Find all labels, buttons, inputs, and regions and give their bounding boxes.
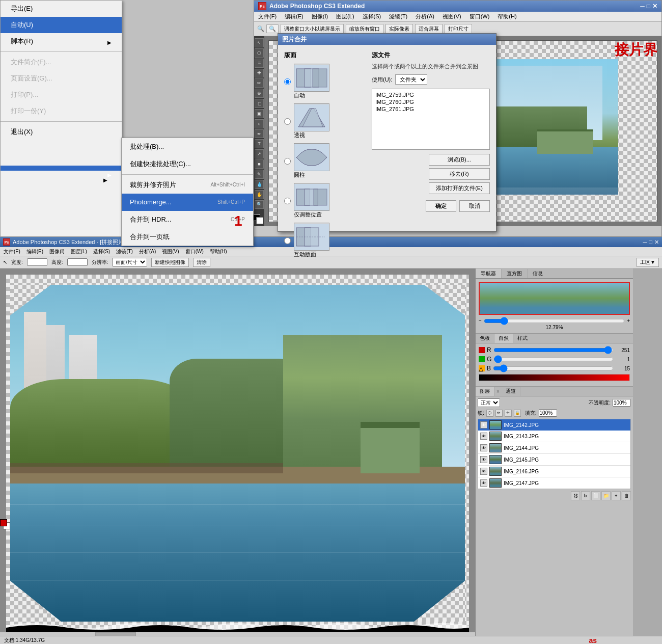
tool-zoom[interactable]: 🔍 bbox=[255, 200, 264, 209]
tab-swatches[interactable]: 色板 bbox=[476, 334, 494, 343]
bottom-menu-analysis[interactable]: 分析(A) bbox=[137, 248, 157, 255]
cancel-button[interactable]: 取消 bbox=[459, 200, 490, 212]
layer-row-active[interactable]: 👁 IMG_2142.JPG bbox=[478, 419, 630, 431]
tool-lasso[interactable]: ⬡ bbox=[255, 48, 264, 58]
zoom-in-icon[interactable]: + bbox=[627, 318, 630, 324]
menu-image[interactable]: 图像(I) bbox=[310, 12, 330, 21]
lock-transparent-btn[interactable]: ⬡ bbox=[486, 410, 493, 417]
tab-styles[interactable]: 样式 bbox=[513, 334, 532, 343]
bottom-maximize[interactable]: □ bbox=[649, 239, 652, 246]
menu-auto[interactable]: 自动(U) bbox=[1, 17, 122, 33]
r-slider[interactable] bbox=[493, 347, 614, 353]
menu-window[interactable]: 窗口(W) bbox=[467, 12, 492, 21]
menu-script-bottom[interactable] bbox=[1, 171, 122, 176]
tool-spot-heal[interactable]: ✚ bbox=[255, 69, 264, 78]
bottom-menu-file[interactable]: 文件(F) bbox=[2, 248, 22, 255]
add-mask-btn[interactable]: ⬜ bbox=[591, 491, 600, 500]
menu-auto-bottom[interactable] bbox=[1, 166, 122, 171]
bottom-close[interactable]: ✕ bbox=[654, 239, 659, 246]
tool-move[interactable]: ↖ bbox=[255, 38, 264, 47]
layout-interactive[interactable]: 互动版面 bbox=[284, 223, 366, 258]
clear-btn[interactable]: 清除 bbox=[193, 258, 210, 267]
menu-select[interactable]: 选择(S) bbox=[361, 12, 383, 21]
bottom-menu-image[interactable]: 图像(I) bbox=[48, 248, 66, 255]
close-btn[interactable]: ✕ bbox=[652, 3, 657, 10]
lock-all-btn[interactable]: 🔒 bbox=[514, 410, 521, 417]
tab-layers[interactable]: 图层 bbox=[476, 387, 494, 396]
bottom-menu-layer[interactable]: 图层(L) bbox=[69, 248, 89, 255]
bottom-minimize[interactable]: ─ bbox=[643, 239, 647, 246]
add-open-files-button[interactable]: 添加打开的文件(E) bbox=[429, 182, 490, 194]
bottom-menu-window[interactable]: 窗口(W) bbox=[184, 248, 205, 255]
fill-input[interactable] bbox=[539, 409, 557, 417]
blend-mode-select[interactable]: 正常 bbox=[478, 398, 500, 407]
zoom-slider[interactable] bbox=[484, 318, 625, 324]
actual-pixels-btn[interactable]: 实际像素 bbox=[385, 24, 413, 34]
submenu-create-shortcut[interactable]: 创建快捷批处理(C)... bbox=[122, 155, 253, 173]
zoom-all-btn[interactable]: 缩放所有窗口 bbox=[346, 24, 383, 34]
layer-row-6[interactable]: 👁 IMG_2147.JPG bbox=[478, 477, 630, 489]
tool-shape[interactable]: ■ bbox=[255, 159, 264, 169]
tab-channels[interactable]: 通道 bbox=[502, 387, 520, 396]
bottom-menu-view[interactable]: 视图(V) bbox=[160, 248, 180, 255]
layer-vis-4[interactable]: 👁 bbox=[480, 456, 487, 463]
tool-pen[interactable]: ✒ bbox=[255, 129, 264, 139]
file-item-3[interactable]: IMG_2761.JPG bbox=[374, 105, 487, 113]
layer-vis-2[interactable]: 👁 bbox=[480, 433, 487, 440]
source-file-list[interactable]: IMG_2759.JPG IMG_2760.JPG IMG_2761.JPG bbox=[372, 89, 490, 150]
browse-button[interactable]: 浏览(B)... bbox=[429, 154, 490, 166]
fit-to-screen-btn[interactable]: 调整窗口大小以满屏显示 bbox=[281, 24, 344, 34]
menu-script[interactable]: 脚本(R) bbox=[1, 33, 122, 49]
fg-color-bottom[interactable] bbox=[0, 519, 7, 526]
bottom-menu-select[interactable]: 选择(S) bbox=[92, 248, 112, 255]
g-slider[interactable] bbox=[493, 357, 614, 362]
maximize-btn[interactable]: □ bbox=[647, 3, 650, 10]
tool-clone[interactable]: ⊕ bbox=[255, 89, 264, 98]
resolution-select[interactable]: 画面/尺寸 bbox=[112, 258, 147, 266]
tool-dodge[interactable]: ○ bbox=[255, 119, 264, 128]
height-input[interactable] bbox=[67, 258, 88, 266]
remove-button[interactable]: 移去(R) bbox=[429, 168, 490, 180]
layer-row-5[interactable]: 👁 IMG_2146.JPG bbox=[478, 466, 630, 477]
layer-vis-1[interactable]: 👁 bbox=[480, 421, 487, 428]
minimize-btn[interactable]: ─ bbox=[640, 3, 645, 10]
tool-gradient[interactable]: ▣ bbox=[255, 109, 264, 118]
file-item-1[interactable]: IMG_2759.JPG bbox=[374, 91, 487, 98]
tool-brush[interactable]: ✏ bbox=[255, 78, 264, 88]
delete-layer-btn[interactable]: 🗑 bbox=[622, 491, 631, 500]
bottom-menu-help[interactable]: 帮助(H) bbox=[208, 248, 229, 255]
b-slider[interactable] bbox=[493, 366, 614, 371]
layer-vis-5[interactable]: 👁 bbox=[480, 468, 487, 475]
submenu-hdr[interactable]: Ctrl+P 合并到 HDR... bbox=[122, 211, 253, 228]
tool-eyedrop[interactable]: 💧 bbox=[255, 180, 264, 189]
tab-navigator[interactable]: 导航器 bbox=[476, 269, 502, 278]
submenu-merge-page[interactable]: 合并到一页纸 bbox=[122, 228, 253, 246]
new-layer-btn[interactable]: + bbox=[612, 491, 621, 500]
use-select[interactable]: 文件夹 bbox=[395, 74, 427, 85]
layer-row-3[interactable]: 👁 IMG_2144.JPG bbox=[478, 442, 630, 454]
workspace-btn[interactable]: 工区▼ bbox=[637, 258, 659, 267]
zoom-out-icon[interactable]: − bbox=[479, 318, 482, 324]
menu-analysis[interactable]: 分析(A) bbox=[413, 12, 436, 21]
tool-crop[interactable]: ⌗ bbox=[255, 59, 264, 68]
layout-perspective[interactable]: 透视 bbox=[284, 103, 366, 139]
submenu-photomerge[interactable]: Shift+Ctrl+P Photomerge... bbox=[122, 194, 253, 211]
menu-view[interactable]: 视图(V) bbox=[440, 12, 463, 21]
layer-vis-3[interactable]: 👁 bbox=[480, 444, 487, 451]
zoom-toggle[interactable]: 🔍 bbox=[266, 24, 279, 33]
bottom-menu-filter[interactable]: 滤镜(T) bbox=[115, 248, 134, 255]
tool-path-select[interactable]: ↗ bbox=[255, 149, 264, 158]
menu-filter[interactable]: 滤镜(T) bbox=[387, 12, 409, 21]
new-group-btn[interactable]: 📁 bbox=[601, 491, 611, 500]
tool-hand[interactable]: ✋ bbox=[255, 190, 264, 199]
layer-vis-6[interactable]: 👁 bbox=[480, 479, 487, 487]
ok-button[interactable]: 确定 bbox=[426, 200, 456, 212]
layout-auto[interactable]: 自动 bbox=[284, 64, 366, 99]
fit-screen-btn[interactable]: 适合屏幕 bbox=[415, 24, 443, 34]
menu-edit[interactable]: 编辑(E) bbox=[283, 12, 306, 21]
lock-move-btn[interactable]: ✛ bbox=[505, 410, 512, 417]
opacity-input[interactable] bbox=[613, 399, 631, 407]
tool-eraser[interactable]: ◻ bbox=[255, 99, 264, 108]
print-size-btn[interactable]: 打印尺寸 bbox=[445, 24, 472, 34]
menu-exit[interactable]: 退出(X) bbox=[1, 124, 122, 140]
